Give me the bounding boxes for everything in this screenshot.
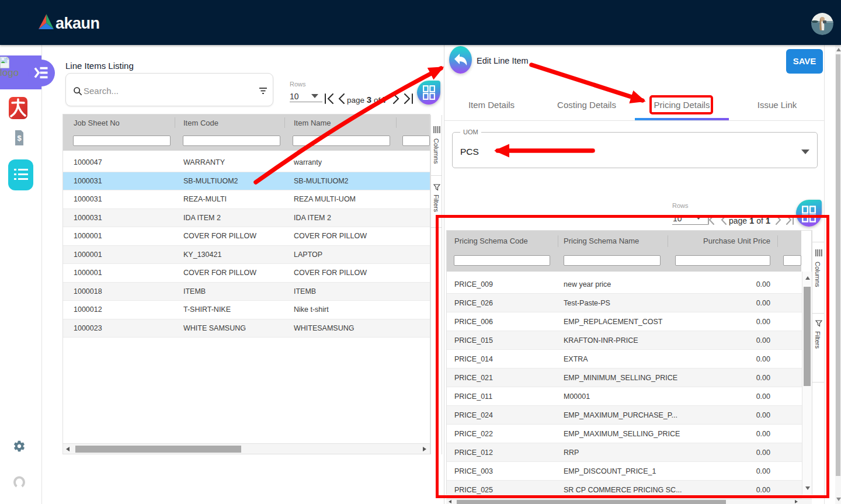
svg-text:$: $	[17, 134, 22, 142]
